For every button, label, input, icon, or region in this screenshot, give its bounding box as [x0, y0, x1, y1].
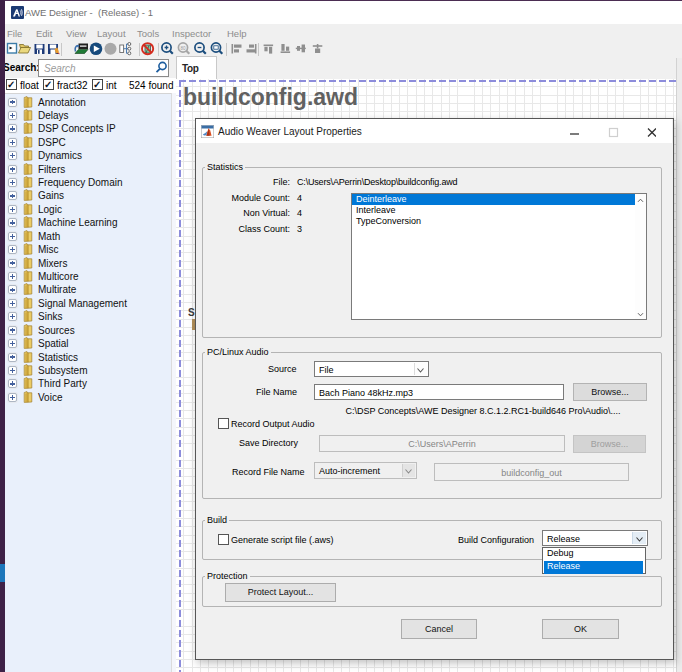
svg-text:80: 80	[181, 46, 187, 51]
